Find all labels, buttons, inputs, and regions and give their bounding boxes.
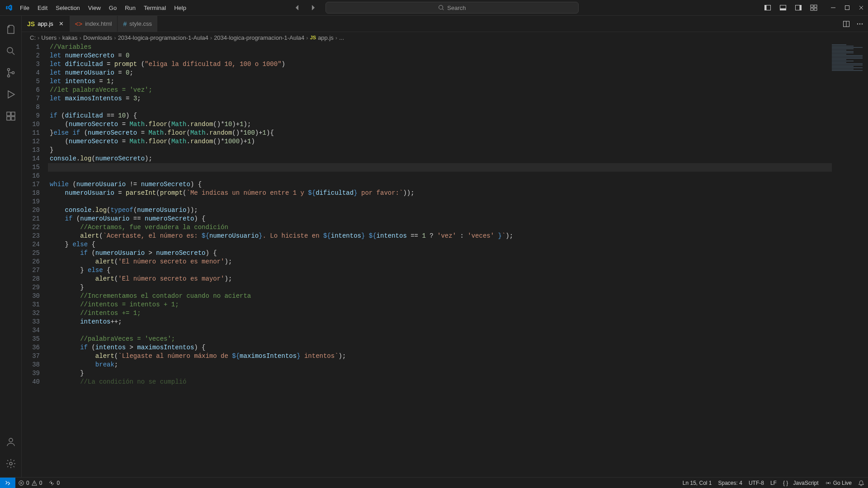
- layout-panel-icon[interactable]: [779, 4, 787, 11]
- status-ports-count: 0: [57, 480, 60, 486]
- svg-point-23: [857, 23, 858, 24]
- tab-label: app.js: [38, 20, 53, 27]
- activity-bar: [0, 16, 22, 477]
- svg-rect-17: [7, 117, 10, 120]
- status-warnings-count: 0: [39, 480, 42, 486]
- svg-rect-8: [814, 5, 817, 7]
- close-icon[interactable]: [858, 5, 864, 11]
- status-indentation[interactable]: Spaces: 4: [718, 480, 742, 486]
- svg-point-24: [859, 23, 860, 24]
- maximize-icon[interactable]: [844, 5, 850, 10]
- status-bar: 0 0 0 Ln 15, Col 1 Spaces: 4 UTF-8 LF { …: [0, 477, 868, 488]
- css-file-icon: #: [123, 20, 127, 28]
- tab-style-css[interactable]: # style.css: [118, 16, 158, 32]
- svg-rect-18: [11, 117, 15, 120]
- settings-gear-icon[interactable]: [0, 453, 22, 474]
- accounts-icon[interactable]: [0, 431, 22, 453]
- minimize-icon[interactable]: [830, 5, 836, 11]
- menu-bar: File Edit Selection View Go Run Terminal…: [16, 3, 190, 13]
- source-control-icon[interactable]: [0, 62, 22, 84]
- tab-label: index.html: [85, 20, 112, 27]
- breadcrumb-part[interactable]: 2034-logica-programacion-1-Aula4: [214, 34, 304, 41]
- status-notifications-icon[interactable]: [858, 480, 864, 486]
- remote-button[interactable]: [0, 478, 15, 488]
- more-actions-icon[interactable]: [856, 20, 863, 28]
- svg-point-13: [7, 69, 9, 71]
- menu-file[interactable]: File: [16, 3, 33, 13]
- layout-sidebar-left-icon[interactable]: [764, 4, 771, 11]
- search-placeholder: Search: [447, 5, 466, 11]
- extensions-icon[interactable]: [0, 105, 22, 127]
- status-problems[interactable]: 0 0: [18, 480, 42, 486]
- breadcrumb-part[interactable]: 2034-logica-programacion-1-Aula4: [118, 34, 208, 41]
- search-icon[interactable]: [0, 40, 22, 62]
- nav-back-icon[interactable]: [294, 4, 301, 11]
- menu-view[interactable]: View: [85, 3, 104, 13]
- code-content[interactable]: //Variables let numeroSecreto = 0 let di…: [50, 43, 868, 477]
- svg-rect-19: [11, 112, 15, 116]
- svg-point-21: [9, 462, 12, 465]
- menu-go[interactable]: Go: [105, 3, 120, 13]
- svg-rect-7: [811, 5, 813, 7]
- status-errors-count: 0: [26, 480, 29, 486]
- vscode-logo-icon: [5, 4, 13, 11]
- nav-forward-icon[interactable]: [309, 4, 316, 11]
- status-eol[interactable]: LF: [770, 480, 777, 486]
- svg-rect-2: [765, 5, 767, 10]
- svg-point-12: [7, 47, 13, 53]
- tab-index-html[interactable]: <> index.html: [70, 16, 118, 32]
- svg-rect-16: [7, 112, 10, 116]
- svg-point-0: [439, 5, 443, 9]
- menu-terminal[interactable]: Terminal: [140, 3, 170, 13]
- svg-point-25: [862, 23, 863, 24]
- tab-app-js[interactable]: JS app.js ✕: [22, 16, 70, 32]
- code-editor[interactable]: 1234567891011121314151617181920212223242…: [22, 43, 868, 477]
- svg-point-15: [12, 72, 14, 74]
- svg-point-27: [51, 482, 53, 484]
- line-number-gutter: 1234567891011121314151617181920212223242…: [22, 43, 50, 477]
- breadcrumb-file[interactable]: app.js: [318, 34, 334, 41]
- status-go-live[interactable]: Go Live: [825, 480, 852, 486]
- menu-selection[interactable]: Selection: [52, 3, 83, 13]
- layout-sidebar-right-icon[interactable]: [795, 4, 802, 11]
- status-cursor-position[interactable]: Ln 15, Col 1: [683, 480, 712, 486]
- svg-point-14: [7, 75, 9, 77]
- status-language[interactable]: { } JavaScript: [783, 480, 819, 486]
- tab-close-icon[interactable]: ✕: [59, 20, 64, 27]
- svg-point-28: [827, 482, 829, 484]
- menu-help[interactable]: Help: [170, 3, 190, 13]
- breadcrumb-part[interactable]: kakas: [62, 34, 78, 41]
- menu-edit[interactable]: Edit: [34, 3, 51, 13]
- title-bar: File Edit Selection View Go Run Terminal…: [0, 0, 868, 16]
- breadcrumb-part[interactable]: Users: [41, 34, 57, 41]
- svg-rect-10: [814, 8, 817, 10]
- menu-run[interactable]: Run: [121, 3, 139, 13]
- html-file-icon: <>: [75, 20, 82, 28]
- breadcrumb[interactable]: C:› Users› kakas› Downloads› 2034-logica…: [22, 32, 868, 43]
- breadcrumb-part[interactable]: C:: [30, 34, 36, 41]
- status-ports[interactable]: 0: [48, 480, 60, 486]
- breadcrumb-tail[interactable]: ...: [339, 34, 344, 41]
- js-file-icon: JS: [310, 35, 316, 40]
- split-editor-icon[interactable]: [843, 20, 850, 28]
- status-encoding[interactable]: UTF-8: [749, 480, 764, 486]
- customize-layout-icon[interactable]: [810, 4, 817, 11]
- svg-rect-11: [845, 6, 849, 10]
- breadcrumb-part[interactable]: Downloads: [83, 34, 112, 41]
- js-file-icon: JS: [27, 20, 35, 28]
- tab-label: style.css: [129, 20, 152, 27]
- run-debug-icon[interactable]: [0, 84, 22, 105]
- svg-rect-6: [800, 5, 802, 10]
- svg-rect-4: [780, 9, 786, 10]
- search-input[interactable]: Search: [326, 2, 579, 14]
- tab-bar: JS app.js ✕ <> index.html # style.css: [22, 16, 868, 32]
- svg-point-20: [9, 438, 13, 442]
- explorer-icon[interactable]: [0, 19, 22, 40]
- svg-rect-9: [811, 8, 813, 10]
